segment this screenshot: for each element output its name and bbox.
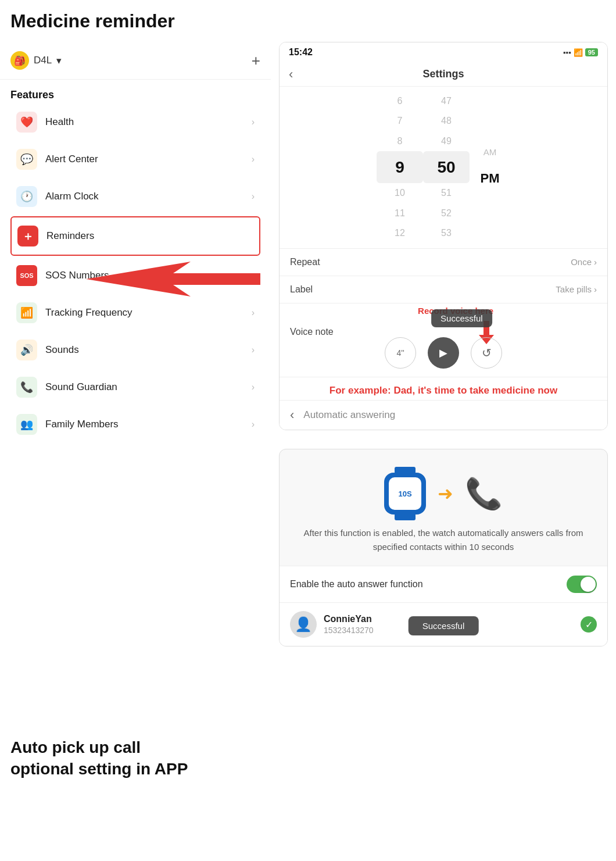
pm-option-selected: PM	[470, 163, 510, 194]
alarm-clock-chevron: ›	[252, 191, 255, 202]
sidebar-item-alert-center[interactable]: 💬 Alert Center ›	[10, 141, 260, 178]
repeat-chevron: ›	[594, 257, 597, 267]
add-button[interactable]: +	[252, 52, 260, 70]
health-label: Health	[45, 116, 74, 128]
hour-8: 8	[377, 131, 423, 151]
auto-pickup-line1: Auto pick up call	[10, 738, 141, 756]
status-time: 15:42	[289, 47, 313, 58]
hour-10: 10	[377, 183, 423, 203]
hour-11: 11	[377, 203, 423, 223]
sidebar-item-health[interactable]: ❤️ Health ›	[10, 103, 260, 141]
wifi-icon: 📶	[574, 48, 583, 57]
sidebar-item-alarm-clock[interactable]: 🕐 Alarm Clock ›	[10, 178, 260, 215]
watch-illustration: 10S	[384, 473, 426, 515]
enable-label: Enable the auto answer function	[290, 579, 423, 590]
min-50-selected: 50	[423, 151, 470, 183]
health-chevron: ›	[252, 117, 255, 127]
status-icons: ▪▪▪ 📶 95	[563, 48, 598, 57]
auto-answer-illustration: 10S ➜ 📞	[280, 449, 607, 526]
sidebar-item-reminders[interactable]: ＋ Reminders	[10, 216, 260, 256]
forward-arrow-icon: ➜	[438, 483, 453, 505]
repeat-value-container: Once ›	[571, 257, 597, 267]
sound-guardian-chevron: ›	[252, 382, 255, 392]
features-section: Features ❤️ Health › 💬 Alert Center › 🕐 …	[0, 80, 271, 448]
reminders-label: Reminders	[46, 230, 94, 242]
auto-answer-toggle[interactable]	[567, 576, 597, 593]
back-button[interactable]: ‹	[289, 67, 293, 82]
play-button[interactable]: ▶	[428, 337, 459, 369]
ampm-column[interactable]: AM PM	[470, 141, 510, 194]
alarm-clock-label: Alarm Clock	[45, 191, 99, 202]
alarm-clock-icon: 🕐	[16, 186, 37, 207]
tracking-chevron: ›	[252, 308, 255, 318]
tracking-label: Tracking Frequency	[45, 307, 132, 319]
page-title: Medicine reminder	[10, 10, 175, 32]
device-name: D4L	[34, 55, 52, 66]
voice-tooltip: Successful	[431, 309, 492, 327]
watch-screen-label: 10S	[389, 477, 421, 510]
bottom-nav-row: ‹ Automatic answering	[280, 400, 607, 430]
reset-icon: ↺	[482, 346, 492, 360]
alert-center-chevron: ›	[252, 154, 255, 165]
top-phone-screen: 15:42 ▪▪▪ 📶 95 ‹ Settings 6 7 8 9 10 11 …	[279, 42, 608, 430]
enable-row: Enable the auto answer function	[280, 566, 607, 602]
sound-guardian-label: Sound Guardian	[45, 381, 117, 393]
time-picker: 6 7 8 9 10 11 12 47 48 49 50 51 52 53 AM…	[280, 87, 607, 249]
bottom-back-button[interactable]: ‹	[290, 408, 294, 423]
label-label: Label	[290, 284, 313, 295]
min-48: 48	[423, 111, 470, 131]
device-icon: 🎒	[10, 51, 29, 70]
hour-column[interactable]: 6 7 8 9 10 11 12	[377, 91, 423, 244]
red-arrow	[86, 262, 260, 296]
sounds-icon: 🔊	[16, 340, 37, 360]
sidebar-item-tracking-frequency[interactable]: 📶 Tracking Frequency ›	[10, 294, 260, 331]
contact-row[interactable]: 👤 ConnieYan 15323413270 ✓ Successful	[280, 602, 607, 646]
hour-7: 7	[377, 111, 423, 131]
am-option: AM	[470, 141, 510, 163]
sos-icon: SOS	[16, 265, 37, 286]
label-chevron: ›	[594, 284, 597, 294]
dropdown-icon: ▾	[56, 55, 62, 67]
battery-badge: 95	[585, 48, 598, 56]
play-icon: ▶	[439, 346, 447, 359]
auto-pickup-line2: optional setting in APP	[10, 760, 188, 778]
contact-check-icon: ✓	[581, 616, 597, 633]
hour-6: 6	[377, 91, 423, 111]
screen-nav: ‹ Settings	[280, 62, 607, 87]
voice-controls: Successful 4'' ▶ ↺	[290, 337, 597, 369]
min-49: 49	[423, 131, 470, 151]
reset-button[interactable]: ↺	[471, 337, 502, 369]
auto-pickup-text: Auto pick up call optional setting in AP…	[0, 737, 267, 780]
min-52: 52	[423, 203, 470, 223]
duration-badge: 4''	[385, 337, 416, 369]
left-panel: 🎒 D4L ▾ + Features ❤️ Health › 💬 Alert C…	[0, 42, 271, 861]
minute-column[interactable]: 47 48 49 50 51 52 53	[423, 91, 470, 244]
sidebar-item-family-members[interactable]: 👥 Family Members ›	[10, 406, 260, 443]
device-label[interactable]: 🎒 D4L ▾	[10, 51, 62, 70]
sidebar-item-sound-guardian[interactable]: 📞 Sound Guardian ›	[10, 369, 260, 406]
family-members-icon: 👥	[16, 414, 37, 435]
status-bar: 15:42 ▪▪▪ 📶 95	[280, 42, 607, 62]
family-members-label: Family Members	[45, 419, 119, 430]
sounds-chevron: ›	[252, 345, 255, 355]
family-members-chevron: ›	[252, 419, 255, 430]
health-icon: ❤️	[16, 112, 37, 133]
repeat-label: Repeat	[290, 257, 320, 267]
min-51: 51	[423, 183, 470, 203]
right-panel: 15:42 ▪▪▪ 📶 95 ‹ Settings 6 7 8 9 10 11 …	[271, 42, 616, 861]
signal-icon: ▪▪▪	[563, 48, 571, 57]
label-value: Take pills	[556, 284, 592, 294]
hour-12: 12	[377, 223, 423, 243]
sidebar-item-sounds[interactable]: 🔊 Sounds ›	[10, 331, 260, 369]
alert-center-label: Alert Center	[45, 153, 98, 165]
reminders-icon: ＋	[17, 226, 38, 246]
repeat-row[interactable]: Repeat Once ›	[280, 249, 607, 276]
features-title: Features	[10, 89, 260, 101]
svg-marker-0	[86, 262, 260, 296]
screen-title: Settings	[422, 68, 464, 80]
bottom-nav-title: Automatic answering	[303, 409, 395, 421]
phone-call-icon: 📞	[465, 476, 503, 512]
voice-note-label: Voice note	[290, 327, 334, 337]
auto-description: After this function is enabled, the watc…	[280, 526, 607, 566]
label-row[interactable]: Label Take pills ›	[280, 276, 607, 303]
